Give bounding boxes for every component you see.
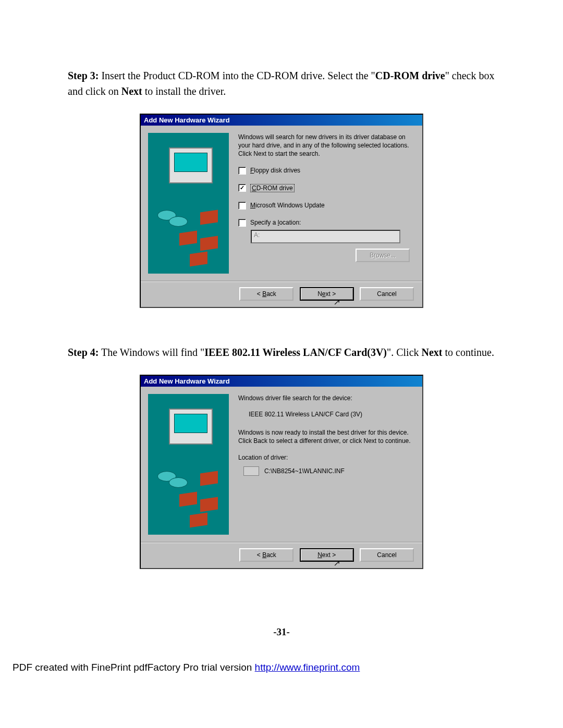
dialog-add-hardware-2: Add New Hardware Wizard Windows driver f…	[140, 375, 423, 569]
label-cdrom: CD-ROM drive	[250, 184, 295, 192]
step4-label: Step 4:	[68, 347, 99, 358]
location-input[interactable]: A:	[251, 230, 400, 243]
wizard-graphic	[148, 133, 229, 274]
dialog1-intro: Windows will search for new drivers in i…	[238, 133, 415, 158]
checkbox-winupdate[interactable]	[238, 202, 246, 209]
fineprint-link[interactable]: http://www.fineprint.com	[255, 662, 360, 673]
step3-paragraph: Step 3: Insert the Product CD-ROM into t…	[68, 68, 495, 99]
step4-paragraph: Step 4: The Windows will find "IEEE 802.…	[68, 344, 495, 360]
checkbox-cdrom[interactable]	[238, 184, 246, 192]
browse-button[interactable]: Browse...	[356, 249, 410, 262]
label-floppy: Floppy disk drives	[250, 167, 300, 174]
next-button-2[interactable]: Next >	[300, 548, 354, 562]
location-path: C:\NB8254~1\WLANNIC.INF	[264, 467, 345, 475]
inf-file-icon	[243, 466, 259, 476]
device-name: IEEE 802.11 Wireless LAN/CF Card (3V)	[249, 411, 415, 418]
label-winupdate: Microsoft Windows Update	[250, 202, 325, 209]
label-specify: Specify a location:	[250, 219, 301, 226]
dialog2-titlebar: Add New Hardware Wizard	[141, 376, 422, 387]
dialog2-ready: Windows is now ready to install the best…	[238, 428, 415, 445]
next-button-1[interactable]: Next >	[300, 287, 354, 301]
cancel-button-1[interactable]: Cancel	[360, 287, 414, 301]
dialog2-intro: Windows driver file search for the devic…	[238, 394, 415, 402]
back-button-2[interactable]: < Back	[239, 548, 293, 562]
pdf-footer: PDF created with FinePrint pdfFactory Pr…	[0, 659, 563, 686]
wizard-graphic-2	[148, 394, 229, 535]
step3-label: Step 3:	[68, 70, 99, 81]
checkbox-specify[interactable]	[238, 219, 246, 227]
back-button-1[interactable]: < Back	[239, 287, 293, 301]
checkbox-floppy[interactable]	[238, 167, 246, 175]
cancel-button-2[interactable]: Cancel	[360, 548, 414, 562]
dialog1-titlebar: Add New Hardware Wizard	[141, 115, 422, 126]
page-number: -31-	[68, 626, 495, 638]
location-label: Location of driver:	[238, 454, 415, 461]
dialog-add-hardware-1: Add New Hardware Wizard Windows will sea…	[140, 114, 423, 308]
